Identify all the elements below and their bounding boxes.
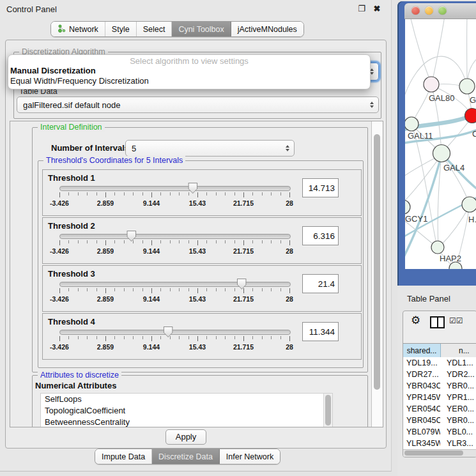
table-row[interactable]: YBL079WYBL0...: [403, 426, 476, 438]
num-intervals-combobox[interactable]: 5: [125, 140, 295, 157]
slider-ticks: [59, 192, 289, 198]
network-window-titlebar[interactable]: [404, 3, 476, 19]
threshold-value-field[interactable]: 6.316: [302, 226, 339, 245]
table-row[interactable]: YER054CYER0...: [403, 403, 476, 415]
group-title: Threshold's Coordinates for 5 Intervals: [43, 156, 185, 165]
tab-label: Infer Network: [226, 452, 273, 461]
table-panel-title: Table Panel: [407, 294, 450, 303]
network-canvas[interactable]: GAL80 G... C... GAL11 GAL4 GCY1 H... HAP…: [405, 19, 476, 269]
table-cell: YBL079W: [403, 426, 440, 438]
table-data-combobox[interactable]: galFiltered.sif default node: [17, 96, 379, 113]
tab-infer-network[interactable]: Infer Network: [220, 449, 280, 464]
table-row[interactable]: YPR145WYPR1...: [403, 392, 476, 403]
tab-impute-data[interactable]: Impute Data: [95, 449, 152, 464]
minimize-traffic-light-icon[interactable]: [425, 6, 433, 15]
list-item[interactable]: TopologicalCoefficient: [41, 405, 332, 417]
threshold-row: Threshold 4 -3.4262.8599.14415.4321.7152…: [42, 313, 362, 360]
split-columns-icon[interactable]: [430, 316, 445, 328]
tab-jactivemnodules[interactable]: jActiveMNodules: [231, 22, 303, 36]
slider-ticks: [59, 288, 289, 294]
column-header-name[interactable]: n...: [441, 344, 476, 358]
close-traffic-light-icon[interactable]: [411, 6, 420, 15]
tab-label: Network: [69, 25, 98, 34]
network-view-window: GAL80 G... C... GAL11 GAL4 GCY1 H... HAP…: [397, 1, 476, 286]
settings-scrollbar[interactable]: [371, 121, 383, 427]
threshold-slider[interactable]: [59, 234, 291, 239]
node-gal4[interactable]: [433, 145, 450, 162]
attributes-to-discretize-group: Attributes to discretize Numerical Attri…: [32, 375, 368, 427]
table-header: shared... n...: [403, 343, 476, 358]
threshold-slider[interactable]: [59, 186, 291, 191]
node-gal11[interactable]: [405, 117, 418, 131]
threshold-value-field[interactable]: 21.4: [302, 274, 339, 293]
threshold-label: Threshold 1: [48, 173, 95, 183]
node-label-gal11: GAL11: [408, 131, 433, 141]
cyni-toolbox-content: Discretization Algorithm Table Data galF…: [5, 40, 387, 449]
tab-network[interactable]: Network: [51, 22, 105, 36]
node-label-g: G...: [470, 95, 476, 105]
table-cell: YDL19...: [403, 357, 440, 369]
control-panel-window: Control Panel ❐ ✖ Network Style Select C…: [0, 0, 392, 472]
table-cell: YER054C: [403, 403, 440, 415]
table-cell: YPR1...: [440, 392, 476, 403]
numerical-attributes-list[interactable]: SelfLoopsTopologicalCoefficientBetweenne…: [40, 393, 333, 427]
threshold-value-field[interactable]: 11.344: [302, 322, 339, 341]
table-row[interactable]: YDR27...YDR2...: [403, 369, 476, 380]
node-table-body[interactable]: YDL19...YDL1...YDR27...YDR2...YBR043CYBR…: [403, 357, 476, 450]
node-hap2[interactable]: [431, 241, 444, 254]
tab-discretize-data[interactable]: Discretize Data: [152, 449, 220, 464]
interval-definition-group: Interval Definition Number of Intervals …: [32, 127, 368, 372]
attribute-items: SelfLoopsTopologicalCoefficientBetweenne…: [41, 394, 332, 427]
network-icon: [58, 24, 66, 35]
dropdown-option-manual[interactable]: Manual Discretization: [8, 66, 370, 76]
gear-icon[interactable]: ⚙: [411, 314, 420, 327]
list-item[interactable]: BetweennessCentrality: [41, 417, 332, 427]
table-cell: YDR2...: [440, 369, 476, 380]
tab-label: Impute Data: [102, 452, 145, 461]
table-row[interactable]: YLR345WYLR3...: [403, 438, 476, 449]
node-g[interactable]: [459, 79, 475, 94]
node-h[interactable]: [462, 197, 476, 212]
dropdown-option-equal-width[interactable]: Equal Width/Frequency Discretization: [8, 76, 370, 86]
float-window-icon[interactable]: ❐: [357, 4, 367, 13]
bottom-tab-bar: Impute Data Discretize Data Infer Networ…: [95, 449, 280, 464]
num-intervals-label: Number of Intervals: [51, 143, 129, 153]
tab-style[interactable]: Style: [105, 22, 137, 36]
list-item[interactable]: SelfLoops: [41, 394, 332, 405]
table-row[interactable]: YBR045CYBR0...: [403, 415, 476, 426]
node-red-selected[interactable]: [465, 109, 476, 123]
network-graph: GAL80 G... C... GAL11 GAL4 GCY1 H... HAP…: [405, 19, 476, 269]
list-scrollbar[interactable]: [323, 394, 332, 427]
tab-label: jActiveMNodules: [238, 25, 297, 34]
panel-title: Control Panel: [6, 4, 57, 14]
threshold-value-field[interactable]: 14.713: [302, 178, 339, 197]
node-gcy1[interactable]: [405, 200, 410, 214]
tab-label: Style: [112, 25, 130, 34]
slider-labels: -3.4262.8599.14415.4321.71528: [59, 343, 289, 351]
table-row[interactable]: YBR043CYBR0...: [403, 380, 476, 392]
combo-stepper-icon: [370, 102, 374, 108]
node-label-gal4: GAL4: [443, 163, 464, 173]
table-cell: YDR27...: [403, 369, 440, 380]
node-label-h: H...: [468, 215, 476, 224]
table-hscrollbar[interactable]: [403, 449, 476, 457]
node-label-hap2: HAP2: [440, 254, 461, 263]
show-columns-checkboxes-icon[interactable]: ☑☑: [449, 316, 463, 325]
slider-ticks: [59, 336, 289, 342]
table-cell: YLR345W: [403, 438, 440, 449]
column-header-shared-name[interactable]: shared...: [403, 344, 441, 358]
node-gal80[interactable]: [424, 77, 439, 92]
group-title: Interval Definition: [38, 123, 105, 132]
slider-labels: -3.4262.8599.14415.4321.71528: [59, 295, 289, 303]
apply-button[interactable]: Apply: [165, 429, 206, 445]
threshold-slider[interactable]: [59, 330, 291, 335]
tab-cyni-toolbox[interactable]: Cyni Toolbox: [172, 22, 231, 36]
threshold-slider[interactable]: [59, 282, 291, 287]
tab-select[interactable]: Select: [137, 22, 173, 36]
close-icon[interactable]: ✖: [372, 4, 382, 13]
zoom-traffic-light-icon[interactable]: [438, 6, 447, 15]
table-row[interactable]: YDL19...YDL1...: [403, 357, 476, 369]
node-label-gal80: GAL80: [429, 93, 454, 103]
group-title: Attributes to discretize: [38, 371, 121, 380]
table-cell: YBR0...: [440, 415, 476, 426]
